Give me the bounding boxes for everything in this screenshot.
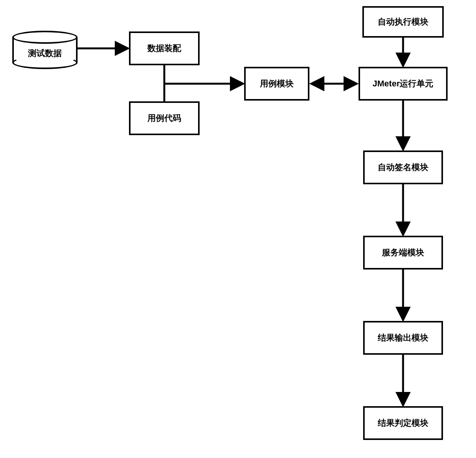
node-auto-exec-module: 自动执行模块 [362,6,444,38]
node-result-judge-module: 结果判定模块 [363,406,443,440]
node-server-module: 服务端模块 [363,236,443,270]
node-data-assembly: 数据装配 [129,31,200,65]
diagram-stage: 测试数据 数据装配 用例代码 用例模块 自动执行模块 JMeter运行单元 自动… [0,0,476,458]
node-result-output-module: 结果输出模块 [363,321,443,355]
node-test-data: 测试数据 [12,31,78,69]
node-auto-sign-module: 自动签名模块 [363,150,443,184]
node-use-case-code-label: 用例代码 [147,112,181,124]
node-jmeter-unit-label: JMeter运行单元 [373,78,434,89]
node-result-output-module-label: 结果输出模块 [378,332,428,344]
node-use-case-module-label: 用例模块 [260,78,294,89]
node-result-judge-module-label: 结果判定模块 [378,417,428,429]
node-data-assembly-label: 数据装配 [147,43,181,54]
node-server-module-label: 服务端模块 [382,247,424,258]
node-jmeter-unit: JMeter运行单元 [359,67,448,101]
node-auto-exec-module-label: 自动执行模块 [378,16,428,28]
node-test-data-label: 测试数据 [12,48,78,59]
node-auto-sign-module-label: 自动签名模块 [378,162,428,173]
node-use-case-module: 用例模块 [244,67,309,101]
node-use-case-code: 用例代码 [129,101,200,135]
